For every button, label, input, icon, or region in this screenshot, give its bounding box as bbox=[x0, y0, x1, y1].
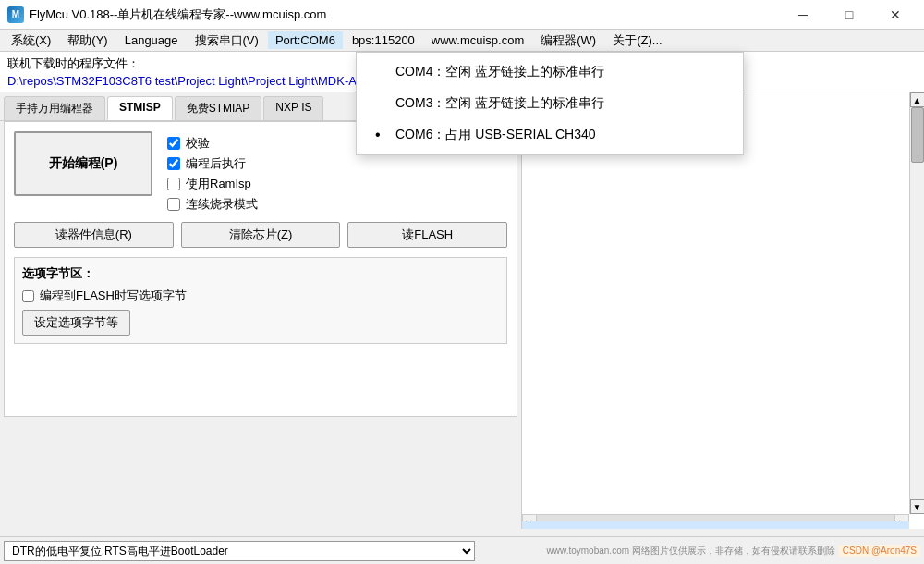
maximize-button[interactable]: □ bbox=[828, 0, 870, 30]
menu-about[interactable]: 关于(Z)... bbox=[605, 31, 669, 51]
use-ramisp-checkbox[interactable] bbox=[167, 178, 180, 190]
checkbox-continuous[interactable]: 连续烧录模式 bbox=[167, 196, 258, 213]
menu-system[interactable]: 系统(X) bbox=[4, 31, 58, 51]
dropdown-com6[interactable]: • COM6：占用 USB-SERIAL CH340 bbox=[357, 119, 743, 151]
left-panel: 手持万用编程器 STMISP 免费STMIAP NXP IS 开始编程(P) 校… bbox=[0, 92, 522, 529]
menu-language[interactable]: Language bbox=[117, 31, 186, 49]
dropdown-com3[interactable]: COM3：空闲 蓝牙链接上的标准串行 bbox=[357, 88, 743, 119]
tab-free-stmisp[interactable]: 免费STMIAP bbox=[175, 96, 262, 120]
port-dropdown: COM4：空闲 蓝牙链接上的标准串行 COM3：空闲 蓝牙链接上的标准串行 • … bbox=[356, 52, 744, 155]
tab-handheld[interactable]: 手持万用编程器 bbox=[4, 96, 105, 120]
title-bar-controls: ─ □ ✕ bbox=[782, 0, 917, 30]
scroll-down-arrow[interactable]: ▼ bbox=[910, 499, 925, 514]
flash-options-checkbox[interactable] bbox=[22, 290, 34, 302]
options-title: 选项字节区： bbox=[22, 265, 499, 282]
verify-checkbox[interactable] bbox=[167, 137, 180, 150]
main-content: 手持万用编程器 STMISP 免费STMIAP NXP IS 开始编程(P) 校… bbox=[0, 92, 924, 529]
title-bar-text: FlyMcu V0.188--单片机在线编程专家--www.mcuisp.com bbox=[30, 6, 782, 23]
boot-mode-select-wrapper: DTR的低电平复位,RTS高电平进BootLoaderDTR的高电平复位,RTS… bbox=[4, 541, 475, 561]
set-options-button[interactable]: 设定选项字节等 bbox=[22, 310, 130, 336]
checkbox-use-ramisp[interactable]: 使用RamIsp bbox=[167, 176, 258, 192]
menu-bps[interactable]: bps:115200 bbox=[345, 31, 422, 49]
close-button[interactable]: ✕ bbox=[874, 0, 917, 30]
menu-help[interactable]: 帮助(Y) bbox=[60, 31, 115, 51]
watermark-text: www.toymoban.com 网络图片仅供展示，非存储，如有侵权请联系删除 bbox=[547, 545, 835, 558]
tab-stmisp[interactable]: STMISP bbox=[107, 96, 173, 120]
continuous-checkbox[interactable] bbox=[167, 198, 180, 211]
bottom-bar: DTR的低电平复位,RTS高电平进BootLoaderDTR的高电平复位,RTS… bbox=[0, 536, 924, 564]
options-section: 选项字节区： 编程到FLASH时写选项字节 设定选项字节等 bbox=[14, 257, 507, 344]
vertical-scrollbar[interactable]: ▲ ▼ bbox=[909, 92, 924, 514]
checkbox-verify[interactable]: 校验 bbox=[167, 135, 258, 152]
checkboxes: 校验 编程后执行 使用RamIsp 连续烧录模式 bbox=[167, 135, 258, 213]
erase-chip-button[interactable]: 清除芯片(Z) bbox=[181, 222, 341, 248]
title-bar: M FlyMcu V0.188--单片机在线编程专家--www.mcuisp.c… bbox=[0, 0, 924, 30]
tab-nxp-isp[interactable]: NXP IS bbox=[263, 96, 323, 120]
read-flash-button[interactable]: 读FLASH bbox=[347, 222, 507, 248]
scroll-thumb[interactable] bbox=[911, 107, 924, 163]
action-buttons-row: 读器件信息(R) 清除芯片(Z) 读FLASH bbox=[14, 222, 507, 248]
checkbox-exec-after[interactable]: 编程后执行 bbox=[167, 155, 258, 172]
menu-search-port[interactable]: 搜索串口(V) bbox=[188, 31, 266, 51]
csdn-tag: CSDN @Aron47S bbox=[839, 545, 920, 557]
minimize-button[interactable]: ─ bbox=[782, 0, 824, 30]
menu-bar: 系统(X) 帮助(Y) Language 搜索串口(V) Port:COM6 b… bbox=[0, 30, 924, 52]
dropdown-com4[interactable]: COM4：空闲 蓝牙链接上的标准串行 bbox=[357, 56, 743, 88]
progress-area bbox=[522, 521, 909, 529]
boot-mode-select[interactable]: DTR的低电平复位,RTS高电平进BootLoaderDTR的高电平复位,RTS… bbox=[4, 541, 475, 561]
tab-content: 开始编程(P) 校验 编程后执行 使用RamIsp bbox=[4, 121, 517, 417]
menu-website[interactable]: www.mcuisp.com bbox=[424, 31, 531, 49]
start-program-button[interactable]: 开始编程(P) bbox=[14, 131, 152, 196]
app-icon: M bbox=[7, 6, 24, 23]
menu-port[interactable]: Port:COM6 bbox=[268, 31, 343, 49]
options-flash-checkbox[interactable]: 编程到FLASH时写选项字节 bbox=[22, 288, 499, 304]
menu-programmer[interactable]: 编程器(W) bbox=[533, 31, 603, 51]
exec-after-checkbox[interactable] bbox=[167, 157, 180, 170]
read-device-info-button[interactable]: 读器件信息(R) bbox=[14, 222, 174, 248]
scroll-up-arrow[interactable]: ▲ bbox=[910, 92, 925, 107]
right-panel: ▲ ▼ ◄ ► bbox=[522, 92, 924, 529]
